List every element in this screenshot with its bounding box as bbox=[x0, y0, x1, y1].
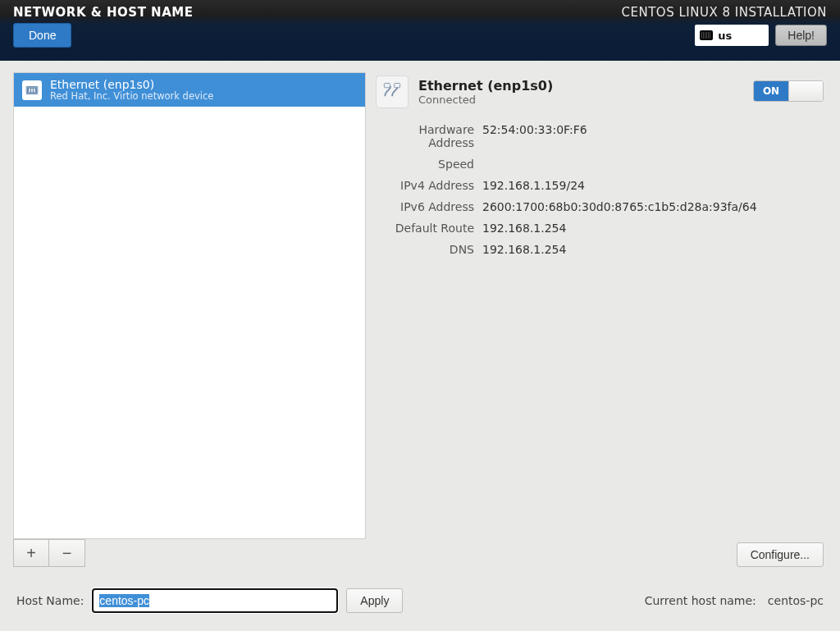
hostname-input[interactable] bbox=[92, 588, 338, 613]
header-left: NETWORK & HOST NAME Done bbox=[13, 5, 193, 56]
interface-text: Ethernet (enp1s0) Red Hat, Inc. Virtio n… bbox=[50, 78, 213, 102]
ipv4-value: 192.168.1.159/24 bbox=[482, 179, 824, 192]
connection-toggle[interactable]: ON bbox=[753, 80, 824, 102]
hw-addr-label: Hardware Address bbox=[376, 123, 474, 149]
add-interface-button[interactable]: + bbox=[13, 539, 49, 567]
interface-list-item[interactable]: Ethernet (enp1s0) Red Hat, Inc. Virtio n… bbox=[14, 73, 365, 107]
left-column: Ethernet (enp1s0) Red Hat, Inc. Virtio n… bbox=[13, 72, 366, 567]
interface-list-buttons: + − bbox=[13, 539, 366, 567]
ethernet-large-icon bbox=[376, 75, 409, 108]
right-column: ON Ethernet (enp1s0) Connected Hardware … bbox=[376, 72, 827, 567]
done-button[interactable]: Done bbox=[13, 23, 71, 48]
toggle-knob bbox=[788, 81, 823, 101]
detail-grid: Hardware Address 52:54:00:33:0F:F6 Speed… bbox=[376, 123, 824, 256]
apply-hostname-button[interactable]: Apply bbox=[346, 588, 403, 613]
ipv6-label: IPv6 Address bbox=[376, 200, 474, 213]
ipv4-label: IPv4 Address bbox=[376, 179, 474, 192]
footer-left: Host Name: Apply bbox=[16, 588, 403, 613]
keyboard-layout-label: us bbox=[718, 30, 732, 42]
detail-title-block: Ethernet (enp1s0) Connected bbox=[418, 78, 553, 107]
current-hostname-label: Current host name: bbox=[645, 594, 756, 607]
footer: Host Name: Apply Current host name: cent… bbox=[0, 574, 840, 631]
remove-interface-button[interactable]: − bbox=[49, 539, 85, 567]
current-hostname-value: centos-pc bbox=[768, 594, 824, 607]
dns-label: DNS bbox=[376, 243, 474, 256]
content-area: Ethernet (enp1s0) Red Hat, Inc. Virtio n… bbox=[0, 61, 840, 574]
detail-title: Ethernet (enp1s0) bbox=[418, 78, 553, 94]
toggle-on-label: ON bbox=[754, 81, 788, 101]
route-label: Default Route bbox=[376, 222, 474, 235]
footer-right: Current host name: centos-pc bbox=[645, 594, 824, 607]
hw-addr-value: 52:54:00:33:0F:F6 bbox=[482, 123, 824, 149]
keyboard-icon bbox=[700, 30, 713, 40]
interface-subtitle: Red Hat, Inc. Virtio network device bbox=[50, 91, 213, 102]
ethernet-icon bbox=[22, 80, 42, 100]
speed-label: Speed bbox=[376, 158, 474, 171]
interface-title: Ethernet (enp1s0) bbox=[50, 78, 213, 91]
svg-rect-0 bbox=[384, 84, 390, 88]
interface-list[interactable]: Ethernet (enp1s0) Red Hat, Inc. Virtio n… bbox=[13, 72, 366, 539]
keyboard-layout-indicator[interactable]: us bbox=[695, 25, 769, 46]
detail-status: Connected bbox=[418, 94, 553, 107]
speed-value bbox=[482, 158, 824, 171]
header-right: CENTOS LINUX 8 INSTALLATION us Help! bbox=[622, 5, 827, 56]
help-button[interactable]: Help! bbox=[775, 25, 827, 46]
header-bar: NETWORK & HOST NAME Done CENTOS LINUX 8 … bbox=[0, 0, 840, 61]
configure-button[interactable]: Configure... bbox=[737, 542, 824, 567]
dns-value: 192.168.1.254 bbox=[482, 243, 824, 256]
installer-title: CENTOS LINUX 8 INSTALLATION bbox=[622, 5, 827, 20]
hostname-label: Host Name: bbox=[16, 594, 84, 607]
route-value: 192.168.1.254 bbox=[482, 222, 824, 235]
ipv6-value: 2600:1700:68b0:30d0:8765:c1b5:d28a:93fa/… bbox=[482, 200, 824, 213]
header-controls: us Help! bbox=[695, 25, 827, 46]
svg-rect-1 bbox=[395, 84, 400, 88]
page-title: NETWORK & HOST NAME bbox=[13, 5, 193, 20]
configure-row: Configure... bbox=[737, 542, 824, 567]
